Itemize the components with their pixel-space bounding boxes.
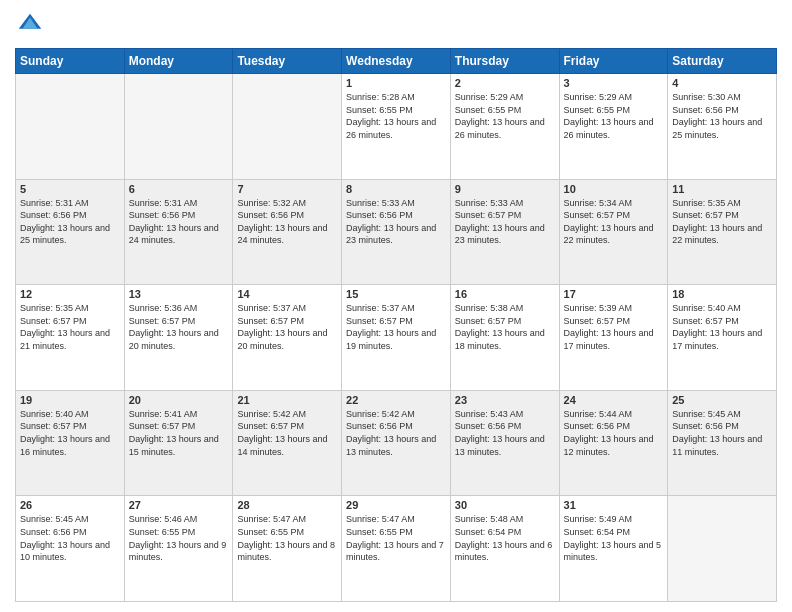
calendar-table: SundayMondayTuesdayWednesdayThursdayFrid… (15, 48, 777, 602)
calendar-cell: 7Sunrise: 5:32 AM Sunset: 6:56 PM Daylig… (233, 179, 342, 285)
day-info: Sunrise: 5:46 AM Sunset: 6:55 PM Dayligh… (129, 513, 229, 563)
day-info: Sunrise: 5:47 AM Sunset: 6:55 PM Dayligh… (346, 513, 446, 563)
calendar-cell: 24Sunrise: 5:44 AM Sunset: 6:56 PM Dayli… (559, 390, 668, 496)
calendar-cell: 18Sunrise: 5:40 AM Sunset: 6:57 PM Dayli… (668, 285, 777, 391)
calendar-week-row: 19Sunrise: 5:40 AM Sunset: 6:57 PM Dayli… (16, 390, 777, 496)
page: SundayMondayTuesdayWednesdayThursdayFrid… (0, 0, 792, 612)
calendar-cell: 16Sunrise: 5:38 AM Sunset: 6:57 PM Dayli… (450, 285, 559, 391)
day-info: Sunrise: 5:33 AM Sunset: 6:56 PM Dayligh… (346, 197, 446, 247)
day-info: Sunrise: 5:42 AM Sunset: 6:56 PM Dayligh… (346, 408, 446, 458)
calendar-cell: 19Sunrise: 5:40 AM Sunset: 6:57 PM Dayli… (16, 390, 125, 496)
calendar-cell: 5Sunrise: 5:31 AM Sunset: 6:56 PM Daylig… (16, 179, 125, 285)
day-info: Sunrise: 5:36 AM Sunset: 6:57 PM Dayligh… (129, 302, 229, 352)
calendar-cell: 17Sunrise: 5:39 AM Sunset: 6:57 PM Dayli… (559, 285, 668, 391)
day-info: Sunrise: 5:38 AM Sunset: 6:57 PM Dayligh… (455, 302, 555, 352)
day-info: Sunrise: 5:35 AM Sunset: 6:57 PM Dayligh… (20, 302, 120, 352)
header (15, 10, 777, 40)
day-number: 14 (237, 288, 337, 300)
day-info: Sunrise: 5:43 AM Sunset: 6:56 PM Dayligh… (455, 408, 555, 458)
day-info: Sunrise: 5:41 AM Sunset: 6:57 PM Dayligh… (129, 408, 229, 458)
day-info: Sunrise: 5:35 AM Sunset: 6:57 PM Dayligh… (672, 197, 772, 247)
day-number: 6 (129, 183, 229, 195)
calendar-week-row: 5Sunrise: 5:31 AM Sunset: 6:56 PM Daylig… (16, 179, 777, 285)
weekday-header: Tuesday (233, 49, 342, 74)
day-number: 22 (346, 394, 446, 406)
weekday-header: Thursday (450, 49, 559, 74)
calendar-cell: 14Sunrise: 5:37 AM Sunset: 6:57 PM Dayli… (233, 285, 342, 391)
weekday-header-row: SundayMondayTuesdayWednesdayThursdayFrid… (16, 49, 777, 74)
day-number: 23 (455, 394, 555, 406)
day-number: 28 (237, 499, 337, 511)
logo (15, 10, 49, 40)
calendar-cell: 26Sunrise: 5:45 AM Sunset: 6:56 PM Dayli… (16, 496, 125, 602)
day-number: 19 (20, 394, 120, 406)
calendar-cell: 4Sunrise: 5:30 AM Sunset: 6:56 PM Daylig… (668, 74, 777, 180)
day-info: Sunrise: 5:29 AM Sunset: 6:55 PM Dayligh… (455, 91, 555, 141)
day-number: 5 (20, 183, 120, 195)
day-number: 25 (672, 394, 772, 406)
day-info: Sunrise: 5:37 AM Sunset: 6:57 PM Dayligh… (346, 302, 446, 352)
day-info: Sunrise: 5:48 AM Sunset: 6:54 PM Dayligh… (455, 513, 555, 563)
weekday-header: Friday (559, 49, 668, 74)
calendar-cell: 28Sunrise: 5:47 AM Sunset: 6:55 PM Dayli… (233, 496, 342, 602)
calendar-cell (233, 74, 342, 180)
day-number: 10 (564, 183, 664, 195)
weekday-header: Sunday (16, 49, 125, 74)
day-number: 31 (564, 499, 664, 511)
day-number: 27 (129, 499, 229, 511)
calendar-cell: 21Sunrise: 5:42 AM Sunset: 6:57 PM Dayli… (233, 390, 342, 496)
day-info: Sunrise: 5:39 AM Sunset: 6:57 PM Dayligh… (564, 302, 664, 352)
day-number: 15 (346, 288, 446, 300)
calendar-cell: 20Sunrise: 5:41 AM Sunset: 6:57 PM Dayli… (124, 390, 233, 496)
calendar-week-row: 26Sunrise: 5:45 AM Sunset: 6:56 PM Dayli… (16, 496, 777, 602)
calendar-cell: 13Sunrise: 5:36 AM Sunset: 6:57 PM Dayli… (124, 285, 233, 391)
day-number: 24 (564, 394, 664, 406)
calendar-cell: 29Sunrise: 5:47 AM Sunset: 6:55 PM Dayli… (342, 496, 451, 602)
day-number: 11 (672, 183, 772, 195)
calendar-cell (668, 496, 777, 602)
calendar-cell: 31Sunrise: 5:49 AM Sunset: 6:54 PM Dayli… (559, 496, 668, 602)
day-info: Sunrise: 5:45 AM Sunset: 6:56 PM Dayligh… (672, 408, 772, 458)
day-info: Sunrise: 5:33 AM Sunset: 6:57 PM Dayligh… (455, 197, 555, 247)
calendar-cell (16, 74, 125, 180)
day-number: 18 (672, 288, 772, 300)
day-info: Sunrise: 5:32 AM Sunset: 6:56 PM Dayligh… (237, 197, 337, 247)
day-number: 29 (346, 499, 446, 511)
day-info: Sunrise: 5:40 AM Sunset: 6:57 PM Dayligh… (672, 302, 772, 352)
weekday-header: Monday (124, 49, 233, 74)
day-info: Sunrise: 5:29 AM Sunset: 6:55 PM Dayligh… (564, 91, 664, 141)
day-number: 3 (564, 77, 664, 89)
calendar-cell: 9Sunrise: 5:33 AM Sunset: 6:57 PM Daylig… (450, 179, 559, 285)
day-info: Sunrise: 5:28 AM Sunset: 6:55 PM Dayligh… (346, 91, 446, 141)
calendar-week-row: 12Sunrise: 5:35 AM Sunset: 6:57 PM Dayli… (16, 285, 777, 391)
day-info: Sunrise: 5:31 AM Sunset: 6:56 PM Dayligh… (20, 197, 120, 247)
day-number: 9 (455, 183, 555, 195)
day-number: 12 (20, 288, 120, 300)
calendar-cell: 3Sunrise: 5:29 AM Sunset: 6:55 PM Daylig… (559, 74, 668, 180)
day-info: Sunrise: 5:42 AM Sunset: 6:57 PM Dayligh… (237, 408, 337, 458)
calendar-cell (124, 74, 233, 180)
day-info: Sunrise: 5:49 AM Sunset: 6:54 PM Dayligh… (564, 513, 664, 563)
day-number: 17 (564, 288, 664, 300)
day-number: 4 (672, 77, 772, 89)
day-info: Sunrise: 5:47 AM Sunset: 6:55 PM Dayligh… (237, 513, 337, 563)
day-info: Sunrise: 5:44 AM Sunset: 6:56 PM Dayligh… (564, 408, 664, 458)
day-number: 26 (20, 499, 120, 511)
logo-icon (15, 10, 45, 40)
weekday-header: Wednesday (342, 49, 451, 74)
day-info: Sunrise: 5:45 AM Sunset: 6:56 PM Dayligh… (20, 513, 120, 563)
day-info: Sunrise: 5:34 AM Sunset: 6:57 PM Dayligh… (564, 197, 664, 247)
calendar-cell: 6Sunrise: 5:31 AM Sunset: 6:56 PM Daylig… (124, 179, 233, 285)
day-number: 13 (129, 288, 229, 300)
calendar-cell: 23Sunrise: 5:43 AM Sunset: 6:56 PM Dayli… (450, 390, 559, 496)
calendar-cell: 25Sunrise: 5:45 AM Sunset: 6:56 PM Dayli… (668, 390, 777, 496)
calendar-cell: 27Sunrise: 5:46 AM Sunset: 6:55 PM Dayli… (124, 496, 233, 602)
calendar-cell: 30Sunrise: 5:48 AM Sunset: 6:54 PM Dayli… (450, 496, 559, 602)
day-number: 20 (129, 394, 229, 406)
weekday-header: Saturday (668, 49, 777, 74)
day-number: 21 (237, 394, 337, 406)
calendar-cell: 1Sunrise: 5:28 AM Sunset: 6:55 PM Daylig… (342, 74, 451, 180)
calendar-cell: 12Sunrise: 5:35 AM Sunset: 6:57 PM Dayli… (16, 285, 125, 391)
day-number: 16 (455, 288, 555, 300)
day-info: Sunrise: 5:37 AM Sunset: 6:57 PM Dayligh… (237, 302, 337, 352)
